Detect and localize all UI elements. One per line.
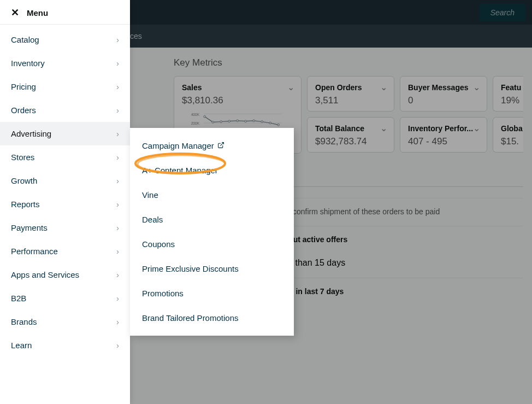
submenu-item-brand-tailored-promotions[interactable]: Brand Tailored Promotions xyxy=(130,306,294,330)
sidebar-item-brands[interactable]: Brands› xyxy=(0,310,130,333)
sidebar-item-advertising[interactable]: Advertising› xyxy=(0,122,130,145)
sidebar-item-learn[interactable]: Learn› xyxy=(0,333,130,357)
submenu-item-label: A+ Content Manager xyxy=(142,166,218,175)
submenu-item-a-plus-content-manager[interactable]: A+ Content Manager xyxy=(130,158,294,183)
submenu-item-label: Brand Tailored Promotions xyxy=(142,313,238,323)
sidebar-item-orders[interactable]: Orders› xyxy=(0,98,130,122)
sidebar-item-label: Advertising xyxy=(11,129,51,138)
sidebar-item-label: Inventory xyxy=(11,58,45,68)
submenu-item-vine[interactable]: Vine xyxy=(130,183,294,207)
sidebar-item-label: Pricing xyxy=(11,82,36,91)
sidebar-item-catalog[interactable]: Catalog› xyxy=(0,28,130,51)
sidebar-item-performance[interactable]: Performance› xyxy=(0,239,130,263)
chevron-right-icon: › xyxy=(116,35,119,44)
chevron-right-icon: › xyxy=(116,200,119,209)
chevron-right-icon: › xyxy=(116,341,119,350)
sidebar-item-reports[interactable]: Reports› xyxy=(0,192,130,216)
submenu-item-coupons[interactable]: Coupons xyxy=(130,232,294,256)
sidebar-item-label: Learn xyxy=(11,341,32,350)
chevron-right-icon: › xyxy=(116,58,119,68)
sidebar-item-label: Reports xyxy=(11,200,40,209)
sidebar-item-label: Growth xyxy=(11,176,37,185)
sidebar-item-label: Apps and Services xyxy=(11,270,79,279)
chevron-right-icon: › xyxy=(116,106,119,115)
sidebar-item-growth[interactable]: Growth› xyxy=(0,169,130,192)
sidebar-item-pricing[interactable]: Pricing› xyxy=(0,75,130,98)
chevron-right-icon: › xyxy=(116,317,119,326)
submenu-item-label: Prime Exclusive Discounts xyxy=(142,264,239,273)
sidebar-item-payments[interactable]: Payments› xyxy=(0,216,130,239)
chevron-right-icon: › xyxy=(116,270,119,279)
menu-title: Menu xyxy=(27,8,48,17)
submenu-item-campaign-manager[interactable]: Campaign Manager xyxy=(130,133,294,158)
sidebar-item-label: Brands xyxy=(11,317,37,326)
sidebar-item-label: Stores xyxy=(11,153,34,162)
chevron-right-icon: › xyxy=(116,294,119,303)
chevron-right-icon: › xyxy=(116,129,119,138)
submenu-item-label: Promotions xyxy=(142,289,184,298)
sidebar-item-label: Performance xyxy=(11,247,58,256)
submenu-item-prime-exclusive-discounts[interactable]: Prime Exclusive Discounts xyxy=(130,256,294,281)
main-menu-sidebar: ✕ Menu Catalog› Inventory› Pricing› Orde… xyxy=(0,0,130,404)
menu-list: Catalog› Inventory› Pricing› Orders› Adv… xyxy=(0,28,130,357)
chevron-right-icon: › xyxy=(116,176,119,185)
menu-header: ✕ Menu xyxy=(0,0,130,24)
chevron-right-icon: › xyxy=(116,247,119,256)
sidebar-item-label: B2B xyxy=(11,294,26,303)
sidebar-item-label: Catalog xyxy=(11,35,39,44)
close-icon[interactable]: ✕ xyxy=(11,8,19,17)
submenu-item-label: Deals xyxy=(142,215,163,224)
advertising-submenu: Campaign Manager A+ Content Manager Vine… xyxy=(130,128,294,336)
submenu-item-label: Coupons xyxy=(142,239,175,249)
svg-line-14 xyxy=(220,142,223,145)
external-link-icon xyxy=(217,142,224,150)
submenu-item-promotions[interactable]: Promotions xyxy=(130,281,294,306)
submenu-item-label: Vine xyxy=(142,190,158,200)
sidebar-item-inventory[interactable]: Inventory› xyxy=(0,51,130,75)
sidebar-item-apps-services[interactable]: Apps and Services› xyxy=(0,263,130,286)
submenu-item-deals[interactable]: Deals xyxy=(130,207,294,232)
chevron-right-icon: › xyxy=(116,153,119,162)
divider xyxy=(0,24,130,25)
submenu-item-label: Campaign Manager xyxy=(142,141,214,150)
sidebar-item-stores[interactable]: Stores› xyxy=(0,145,130,169)
sidebar-item-label: Payments xyxy=(11,223,48,232)
sidebar-item-label: Orders xyxy=(11,106,36,115)
chevron-right-icon: › xyxy=(116,82,119,91)
chevron-right-icon: › xyxy=(116,223,119,232)
sidebar-item-b2b[interactable]: B2B› xyxy=(0,286,130,310)
